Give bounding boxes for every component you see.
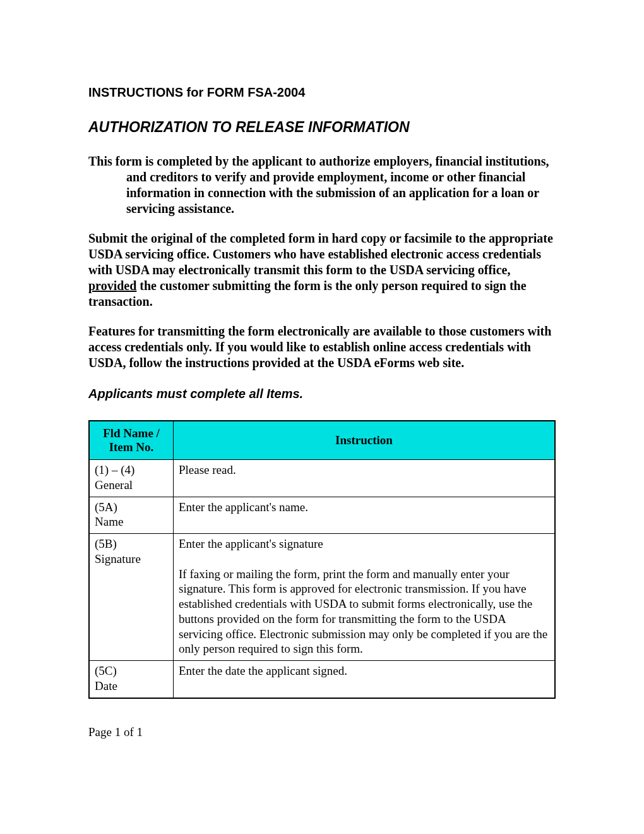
document-page: INSTRUCTIONS for FORM FSA-2004 AUTHORIZA… [0, 0, 644, 834]
page-footer: Page 1 of 1 [88, 725, 143, 739]
fld-line2: Date [95, 679, 168, 694]
fld-line1: (5C) [95, 663, 168, 679]
fld-line2: Name [95, 514, 168, 529]
header-fld-line2: Item No. [93, 440, 169, 454]
fld-cell: (1) – (4) General [89, 460, 174, 497]
intro-paragraph-2: Submit the original of the completed for… [88, 231, 556, 310]
instr-cell: Enter the applicant's name. [174, 497, 556, 534]
instr-cell: Enter the applicant's signature If faxin… [174, 534, 556, 661]
p2-part-a: Submit the original of the completed for… [88, 231, 553, 277]
instructions-table: Fld Name / Item No. Instruction (1) – (4… [88, 420, 556, 699]
fld-cell: (5A) Name [89, 497, 174, 534]
instructions-for-line: INSTRUCTIONS for FORM FSA-2004 [88, 85, 556, 100]
table-header-instruction: Instruction [174, 421, 556, 460]
fld-line1: (5B) [95, 536, 168, 552]
table-row: (5A) Name Enter the applicant's name. [89, 497, 555, 534]
table-row: (5B) Signature Enter the applicant's sig… [89, 534, 555, 661]
p2-part-b: the customer submitting the form is the … [88, 279, 527, 308]
table-header-row: Fld Name / Item No. Instruction [89, 421, 555, 460]
table-row: (5C) Date Enter the date the applicant s… [89, 661, 555, 698]
instr-cell: Please read. [174, 460, 556, 497]
table-row: (1) – (4) General Please read. [89, 460, 555, 497]
instr-cell: Enter the date the applicant signed. [174, 661, 556, 698]
fld-line2: General [95, 478, 168, 493]
intro-paragraph-1: This form is completed by the applicant … [88, 154, 556, 217]
header-fld-line1: Fld Name / [93, 426, 169, 440]
page-title: AUTHORIZATION TO RELEASE INFORMATION [88, 119, 556, 136]
instr-5b-b: If faxing or mailing the form, print the… [179, 567, 547, 656]
applicants-must-complete: Applicants must complete all Items. [88, 387, 556, 401]
fld-line1: (1) – (4) [95, 462, 168, 478]
p2-provided: provided [88, 279, 136, 293]
fld-cell: (5B) Signature [89, 534, 174, 661]
intro-paragraph-3: Features for transmitting the form elect… [88, 323, 556, 371]
instr-5b-a: Enter the applicant's signature [179, 537, 323, 550]
fld-line1: (5A) [95, 500, 168, 515]
fld-cell: (5C) Date [89, 661, 174, 698]
fld-line2: Signature [95, 552, 168, 567]
table-header-fld: Fld Name / Item No. [89, 421, 174, 460]
